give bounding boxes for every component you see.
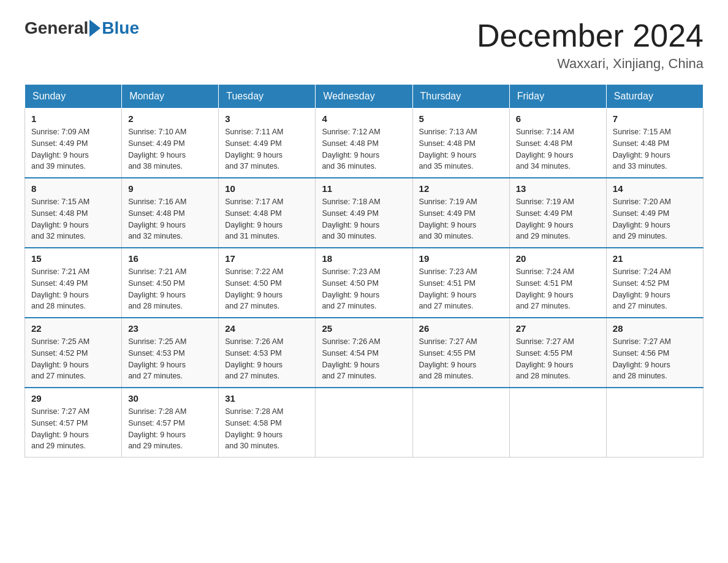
day-info: Sunrise: 7:16 AMSunset: 4:48 PMDaylight:… xyxy=(128,196,212,242)
day-number: 7 xyxy=(613,113,697,124)
week-row-4: 22Sunrise: 7:25 AMSunset: 4:52 PMDayligh… xyxy=(25,318,703,388)
day-header-tuesday: Tuesday xyxy=(219,85,316,109)
day-info: Sunrise: 7:25 AMSunset: 4:52 PMDaylight:… xyxy=(31,336,115,382)
location-text: Waxxari, Xinjiang, China xyxy=(477,56,703,72)
day-info: Sunrise: 7:19 AMSunset: 4:49 PMDaylight:… xyxy=(419,196,503,242)
logo-general-text: General xyxy=(25,18,88,38)
day-header-thursday: Thursday xyxy=(412,85,509,109)
calendar-cell: 19Sunrise: 7:23 AMSunset: 4:51 PMDayligh… xyxy=(412,248,509,318)
day-header-sunday: Sunday xyxy=(25,85,122,109)
calendar-cell xyxy=(606,388,703,458)
day-info: Sunrise: 7:14 AMSunset: 4:48 PMDaylight:… xyxy=(516,126,600,172)
day-number: 25 xyxy=(322,323,406,334)
day-number: 1 xyxy=(31,113,115,124)
day-number: 21 xyxy=(613,253,697,264)
calendar-cell: 29Sunrise: 7:27 AMSunset: 4:57 PMDayligh… xyxy=(25,388,122,458)
day-header-friday: Friday xyxy=(509,85,606,109)
calendar-table: SundayMondayTuesdayWednesdayThursdayFrid… xyxy=(25,84,703,458)
calendar-cell: 17Sunrise: 7:22 AMSunset: 4:50 PMDayligh… xyxy=(219,248,316,318)
day-number: 3 xyxy=(225,113,309,124)
day-number: 15 xyxy=(31,253,115,264)
day-info: Sunrise: 7:22 AMSunset: 4:50 PMDaylight:… xyxy=(225,266,309,312)
day-number: 23 xyxy=(128,323,212,334)
day-info: Sunrise: 7:21 AMSunset: 4:50 PMDaylight:… xyxy=(128,266,212,312)
calendar-cell: 15Sunrise: 7:21 AMSunset: 4:49 PMDayligh… xyxy=(25,248,122,318)
day-number: 10 xyxy=(225,183,309,194)
calendar-cell: 22Sunrise: 7:25 AMSunset: 4:52 PMDayligh… xyxy=(25,318,122,388)
day-info: Sunrise: 7:23 AMSunset: 4:51 PMDaylight:… xyxy=(419,266,503,312)
calendar-cell: 24Sunrise: 7:26 AMSunset: 4:53 PMDayligh… xyxy=(219,318,316,388)
page-header: General Blue December 2024 Waxxari, Xinj… xyxy=(25,18,703,72)
calendar-cell: 16Sunrise: 7:21 AMSunset: 4:50 PMDayligh… xyxy=(122,248,219,318)
calendar-cell: 4Sunrise: 7:12 AMSunset: 4:48 PMDaylight… xyxy=(316,109,412,178)
day-info: Sunrise: 7:20 AMSunset: 4:49 PMDaylight:… xyxy=(613,196,697,242)
day-info: Sunrise: 7:21 AMSunset: 4:49 PMDaylight:… xyxy=(31,266,115,312)
day-number: 30 xyxy=(128,393,212,404)
calendar-cell: 12Sunrise: 7:19 AMSunset: 4:49 PMDayligh… xyxy=(412,178,509,248)
day-info: Sunrise: 7:28 AMSunset: 4:57 PMDaylight:… xyxy=(128,406,212,452)
day-number: 28 xyxy=(613,323,697,334)
day-info: Sunrise: 7:15 AMSunset: 4:48 PMDaylight:… xyxy=(613,126,697,172)
calendar-cell: 6Sunrise: 7:14 AMSunset: 4:48 PMDaylight… xyxy=(509,109,606,178)
day-info: Sunrise: 7:12 AMSunset: 4:48 PMDaylight:… xyxy=(322,126,406,172)
day-number: 2 xyxy=(128,113,212,124)
calendar-cell: 31Sunrise: 7:28 AMSunset: 4:58 PMDayligh… xyxy=(219,388,316,458)
calendar-cell: 1Sunrise: 7:09 AMSunset: 4:49 PMDaylight… xyxy=(25,109,122,178)
calendar-cell: 20Sunrise: 7:24 AMSunset: 4:51 PMDayligh… xyxy=(509,248,606,318)
week-row-1: 1Sunrise: 7:09 AMSunset: 4:49 PMDaylight… xyxy=(25,109,703,178)
day-number: 12 xyxy=(419,183,503,194)
calendar-cell: 21Sunrise: 7:24 AMSunset: 4:52 PMDayligh… xyxy=(606,248,703,318)
day-info: Sunrise: 7:23 AMSunset: 4:50 PMDaylight:… xyxy=(322,266,406,312)
calendar-cell: 30Sunrise: 7:28 AMSunset: 4:57 PMDayligh… xyxy=(122,388,219,458)
day-info: Sunrise: 7:10 AMSunset: 4:49 PMDaylight:… xyxy=(128,126,212,172)
day-header-wednesday: Wednesday xyxy=(316,85,412,109)
day-number: 19 xyxy=(419,253,503,264)
week-row-5: 29Sunrise: 7:27 AMSunset: 4:57 PMDayligh… xyxy=(25,388,703,458)
calendar-cell: 8Sunrise: 7:15 AMSunset: 4:48 PMDaylight… xyxy=(25,178,122,248)
week-row-2: 8Sunrise: 7:15 AMSunset: 4:48 PMDaylight… xyxy=(25,178,703,248)
day-number: 17 xyxy=(225,253,309,264)
calendar-cell: 2Sunrise: 7:10 AMSunset: 4:49 PMDaylight… xyxy=(122,109,219,178)
day-number: 20 xyxy=(516,253,600,264)
calendar-cell xyxy=(412,388,509,458)
day-info: Sunrise: 7:24 AMSunset: 4:52 PMDaylight:… xyxy=(613,266,697,312)
day-number: 6 xyxy=(516,113,600,124)
logo-arrow-icon xyxy=(89,20,100,37)
day-info: Sunrise: 7:13 AMSunset: 4:48 PMDaylight:… xyxy=(419,126,503,172)
day-number: 16 xyxy=(128,253,212,264)
calendar-cell xyxy=(509,388,606,458)
calendar-cell: 28Sunrise: 7:27 AMSunset: 4:56 PMDayligh… xyxy=(606,318,703,388)
day-number: 9 xyxy=(128,183,212,194)
month-title: December 2024 xyxy=(477,18,703,53)
day-info: Sunrise: 7:27 AMSunset: 4:55 PMDaylight:… xyxy=(516,336,600,382)
day-number: 8 xyxy=(31,183,115,194)
day-info: Sunrise: 7:09 AMSunset: 4:49 PMDaylight:… xyxy=(31,126,115,172)
day-info: Sunrise: 7:25 AMSunset: 4:53 PMDaylight:… xyxy=(128,336,212,382)
calendar-cell: 25Sunrise: 7:26 AMSunset: 4:54 PMDayligh… xyxy=(316,318,412,388)
day-info: Sunrise: 7:28 AMSunset: 4:58 PMDaylight:… xyxy=(225,406,309,452)
calendar-cell xyxy=(316,388,412,458)
calendar-cell: 7Sunrise: 7:15 AMSunset: 4:48 PMDaylight… xyxy=(606,109,703,178)
day-info: Sunrise: 7:24 AMSunset: 4:51 PMDaylight:… xyxy=(516,266,600,312)
day-number: 14 xyxy=(613,183,697,194)
calendar-cell: 9Sunrise: 7:16 AMSunset: 4:48 PMDaylight… xyxy=(122,178,219,248)
day-number: 5 xyxy=(419,113,503,124)
calendar-cell: 18Sunrise: 7:23 AMSunset: 4:50 PMDayligh… xyxy=(316,248,412,318)
day-number: 22 xyxy=(31,323,115,334)
day-info: Sunrise: 7:11 AMSunset: 4:49 PMDaylight:… xyxy=(225,126,309,172)
day-header-monday: Monday xyxy=(122,85,219,109)
day-info: Sunrise: 7:27 AMSunset: 4:56 PMDaylight:… xyxy=(613,336,697,382)
logo: General Blue xyxy=(25,18,139,38)
calendar-cell: 3Sunrise: 7:11 AMSunset: 4:49 PMDaylight… xyxy=(219,109,316,178)
day-number: 29 xyxy=(31,393,115,404)
day-number: 27 xyxy=(516,323,600,334)
day-info: Sunrise: 7:19 AMSunset: 4:49 PMDaylight:… xyxy=(516,196,600,242)
day-info: Sunrise: 7:17 AMSunset: 4:48 PMDaylight:… xyxy=(225,196,309,242)
day-number: 24 xyxy=(225,323,309,334)
calendar-cell: 10Sunrise: 7:17 AMSunset: 4:48 PMDayligh… xyxy=(219,178,316,248)
day-number: 26 xyxy=(419,323,503,334)
day-info: Sunrise: 7:27 AMSunset: 4:57 PMDaylight:… xyxy=(31,406,115,452)
day-info: Sunrise: 7:18 AMSunset: 4:49 PMDaylight:… xyxy=(322,196,406,242)
logo-blue-text: Blue xyxy=(102,18,139,38)
calendar-cell: 23Sunrise: 7:25 AMSunset: 4:53 PMDayligh… xyxy=(122,318,219,388)
